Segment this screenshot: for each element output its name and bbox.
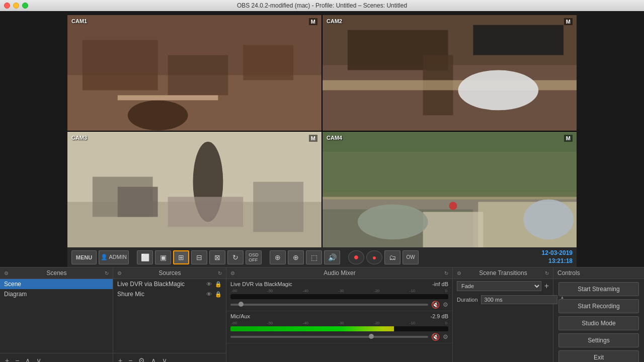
maximize-button[interactable]: [22, 3, 28, 9]
source-add-button[interactable]: +: [116, 355, 124, 362]
source-dvr-lock-icon[interactable]: 🔒: [215, 281, 222, 288]
source-item-mic[interactable]: Shure Mic 👁 🔒: [113, 289, 226, 299]
controls-content: Start Streaming Start Recording Studio M…: [553, 279, 644, 362]
svg-rect-2: [83, 40, 158, 90]
audio-meter-ticks-1: -60-50-40-30-20-100: [230, 289, 448, 293]
layout-9-button[interactable]: ⊠: [209, 250, 225, 264]
scene-item-scene[interactable]: Scene: [0, 279, 113, 289]
source-mic-eye-icon[interactable]: 👁: [206, 291, 212, 298]
scene-add-button[interactable]: +: [3, 355, 11, 362]
audio-channel-2: Mic/Aux -2.9 dB -60-50-40-30-20-100 🔇 ⚙: [226, 311, 452, 343]
audio-refresh-icon[interactable]: ↻: [444, 270, 448, 276]
exit-button[interactable]: Exit: [558, 350, 639, 362]
archive-button[interactable]: 🗂: [384, 250, 400, 264]
scene-up-button[interactable]: ∧: [23, 355, 32, 362]
source-item-dvr[interactable]: Live DVR via BlackMagic 👁 🔒: [113, 279, 226, 289]
camera-cell-2: CAM2 M: [323, 15, 577, 131]
audio-ch1-gear-button[interactable]: ⚙: [443, 301, 448, 308]
scenes-header: ⚙ Scenes ↻: [0, 267, 113, 279]
sources-panel: ⚙ Sources ↻ Live DVR via BlackMagic 👁 🔒 …: [113, 267, 226, 362]
camera-cell-3: CAM3 M: [67, 132, 321, 247]
cam3-background: [67, 132, 321, 247]
layout-6-button[interactable]: ⊟: [191, 250, 207, 264]
source-up-button[interactable]: ∧: [149, 355, 158, 362]
sources-title: Sources: [158, 269, 181, 277]
window-buttons: [4, 3, 28, 9]
audio-ch2-controls: 🔇 ⚙: [230, 333, 448, 341]
audio-settings-icon[interactable]: ⚙: [230, 270, 235, 276]
start-streaming-button[interactable]: Start Streaming: [558, 282, 639, 296]
controls-header: Controls: [553, 267, 644, 279]
audio-ch2-mute-button[interactable]: 🔇: [431, 333, 440, 341]
transitions-header: ⚙ Scene Transitions ↻: [453, 267, 553, 279]
layout-quad-button[interactable]: ⊞: [173, 250, 189, 264]
scene-item-diagram[interactable]: Diagram: [0, 289, 113, 299]
audio-ch2-gear-button[interactable]: ⚙: [443, 333, 448, 340]
ptz-button[interactable]: ⊕: [270, 250, 286, 264]
layout-cycle-button[interactable]: ↻: [227, 250, 244, 264]
svg-rect-20: [253, 182, 303, 232]
ow-button[interactable]: OW: [403, 250, 419, 264]
audio-channel-1: Live DVR via BlackMagic -inf dB -60-50-4…: [226, 279, 452, 311]
layout-single-button[interactable]: ⬜: [137, 250, 153, 264]
source-settings-button[interactable]: ⚙: [136, 355, 147, 362]
snapshot-button[interactable]: ⬚: [306, 250, 322, 264]
record-button[interactable]: ●: [348, 250, 364, 264]
close-button[interactable]: [4, 3, 10, 9]
start-recording-button[interactable]: Start Recording: [558, 299, 639, 313]
scenes-settings-icon[interactable]: ⚙: [4, 270, 9, 276]
controls-panel: Controls Start Streaming Start Recording…: [553, 267, 644, 362]
cam4-m: M: [564, 135, 573, 142]
settings-button[interactable]: Settings: [558, 333, 639, 347]
svg-rect-3: [168, 55, 228, 96]
layout-dual-button[interactable]: ▣: [155, 250, 171, 264]
audio-ch2-db: -2.9 dB: [431, 313, 448, 319]
transitions-refresh-icon[interactable]: ↻: [545, 270, 549, 276]
duration-label: Duration: [457, 297, 478, 303]
scene-remove-button[interactable]: −: [13, 355, 21, 362]
transitions-title: Scene Transitions: [479, 269, 527, 277]
sources-header: ⚙ Sources ↻: [113, 267, 226, 279]
sources-refresh-icon[interactable]: ↻: [218, 270, 222, 276]
source-remove-button[interactable]: −: [126, 355, 134, 362]
dvr-menu-button[interactable]: MENU: [71, 250, 97, 264]
cam3-label: CAM3: [71, 135, 87, 141]
osd-button[interactable]: OSDOFF: [246, 250, 262, 264]
transitions-settings-icon[interactable]: ⚙: [457, 270, 461, 276]
audio-ch1-volume-slider[interactable]: [230, 304, 428, 306]
source-down-button[interactable]: ∨: [160, 355, 169, 362]
audio-ch1-mute-button[interactable]: 🔇: [431, 301, 440, 309]
sources-settings-icon[interactable]: ⚙: [117, 270, 122, 276]
duration-input[interactable]: [481, 295, 557, 304]
scenes-refresh-icon[interactable]: ↻: [105, 270, 109, 276]
audio-ch1-name: Live DVR via BlackMagic: [230, 281, 292, 287]
svg-rect-10: [473, 25, 564, 55]
volume-button[interactable]: 🔊: [324, 250, 340, 264]
dvr-admin-button[interactable]: 👤 ADMIN: [99, 250, 129, 264]
stop-button[interactable]: ●: [366, 250, 382, 264]
minimize-button[interactable]: [13, 3, 19, 9]
duration-row: Duration ▲ ▼: [453, 293, 553, 306]
svg-rect-26: [423, 212, 484, 247]
source-mic-lock-icon[interactable]: 🔒: [215, 291, 222, 298]
svg-rect-4: [243, 45, 293, 80]
svg-point-27: [523, 199, 574, 239]
audio-title: Audio Mixer: [324, 269, 355, 277]
audio-meter-ticks-2: -60-50-40-30-20-100: [230, 321, 448, 325]
svg-point-5: [128, 100, 188, 130]
main-container: CAM1 M CAM2 M: [0, 11, 644, 362]
scene-down-button[interactable]: ∨: [34, 355, 43, 362]
dvr-toolbar: MENU 👤 ADMIN ⬜ ▣ ⊞ ⊟ ⊠ ↻ OSDOFF ⊕ ⊕ ⬚ 🔊 …: [67, 247, 577, 267]
studio-mode-button[interactable]: Studio Mode: [558, 316, 639, 330]
audio-ch2-volume-slider[interactable]: [230, 336, 428, 338]
svg-rect-6: [118, 95, 218, 100]
svg-rect-19: [168, 197, 244, 227]
source-mic-name: Shure Mic: [117, 291, 144, 298]
transition-select[interactable]: Fade Cut Swipe Slide: [457, 281, 541, 291]
zoom-button[interactable]: ⊕: [288, 250, 304, 264]
audio-ch1-meter-overlay: [230, 294, 448, 299]
svg-point-28: [358, 204, 428, 239]
transition-add-icon[interactable]: +: [544, 282, 549, 291]
scenes-toolbar: + − ∧ ∨: [0, 353, 113, 362]
source-dvr-eye-icon[interactable]: 👁: [206, 281, 212, 288]
